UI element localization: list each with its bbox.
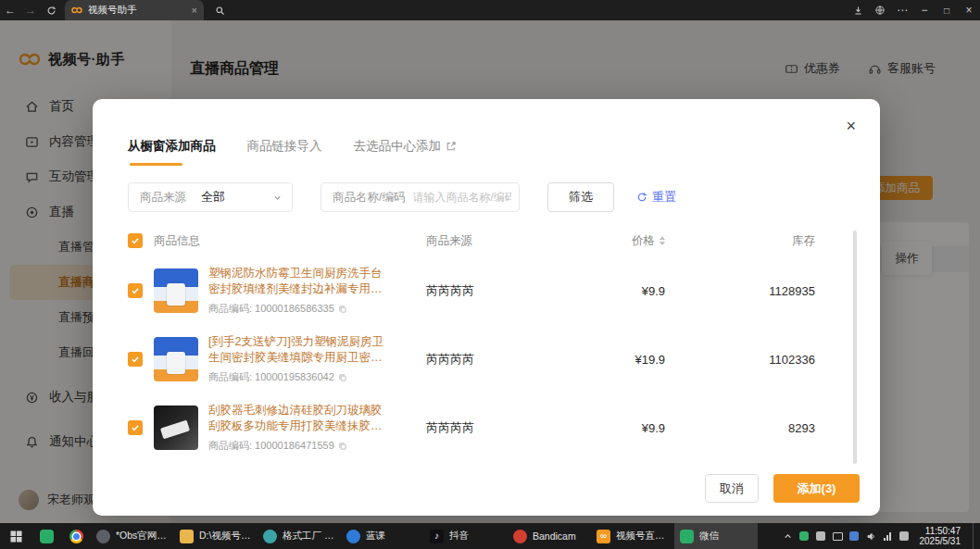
tab-selection-center[interactable]: 去选品中心添加 xyxy=(354,138,458,166)
task-label: Bandicam xyxy=(533,530,576,542)
chrome-icon xyxy=(69,530,83,543)
scrollbar-thumb[interactable] xyxy=(853,231,857,464)
tab-from-showcase[interactable]: 从橱窗添加商品 xyxy=(128,138,216,166)
wechat-quicklaunch[interactable] xyxy=(31,523,61,549)
forward-icon[interactable]: → xyxy=(20,0,41,20)
task-label: D:\视频号直播... xyxy=(199,530,252,543)
source-filter-value: 全部 xyxy=(201,189,225,206)
task-lanke[interactable]: 蓝课 xyxy=(341,523,424,549)
lanke-icon xyxy=(346,530,360,543)
tab-label: 去选品中心添加 xyxy=(354,138,442,155)
usb-icon[interactable] xyxy=(899,531,910,542)
format-factory-icon xyxy=(263,530,277,543)
wechat-icon xyxy=(40,530,54,543)
network-icon[interactable] xyxy=(883,531,893,542)
product-source: 芮芮芮芮 xyxy=(426,419,537,436)
chrome-quicklaunch[interactable] xyxy=(61,523,91,549)
tab-label: 从橱窗添加商品 xyxy=(128,138,216,155)
task-format-factory[interactable]: 格式工厂 X64 ... xyxy=(258,523,341,549)
volume-icon[interactable] xyxy=(866,531,876,542)
back-icon[interactable]: ← xyxy=(0,0,20,20)
task-label: 蓝课 xyxy=(366,530,385,543)
source-filter-select[interactable]: 商品来源 全部 xyxy=(128,182,293,212)
product-stock: 1128935 xyxy=(665,284,845,298)
tab-label: 商品链接导入 xyxy=(247,138,322,155)
product-stock: 1102336 xyxy=(665,353,845,367)
check-icon xyxy=(131,286,140,295)
refresh-icon[interactable] xyxy=(41,0,61,20)
col-header-price[interactable]: 价格 xyxy=(537,233,665,249)
tray-app-icon[interactable] xyxy=(816,531,826,542)
restore-icon[interactable]: □ xyxy=(936,0,958,20)
tab-link-import[interactable]: 商品链接导入 xyxy=(247,138,322,166)
product-rows: 塑钢泥防水防霉卫生间厨房洗手台密封胶填缝剂美缝封边补漏专用胶150ml... 商… xyxy=(128,256,845,462)
task-douyin[interactable]: ♪ 抖音 xyxy=(424,523,508,549)
confirm-add-button[interactable]: 添加(3) xyxy=(773,474,860,503)
row-checkbox[interactable] xyxy=(128,283,143,298)
product-price: ¥9.9 xyxy=(537,284,665,298)
minimize-icon[interactable]: − xyxy=(913,0,936,20)
product-source: 芮芮芮芮 xyxy=(426,351,537,368)
product-title[interactable]: [到手2支送铲刀]强力塑钢泥厨房卫生间密封胶美缝填隙专用厨卫密封胶150M... xyxy=(208,334,390,366)
close-window-icon[interactable]: × xyxy=(958,0,980,20)
row-checkbox[interactable] xyxy=(128,352,143,367)
wechat-icon xyxy=(680,530,694,543)
task-wechat[interactable]: 微信 xyxy=(674,523,758,549)
task-label: 格式工厂 X64 ... xyxy=(283,530,335,543)
download-icon[interactable] xyxy=(847,0,869,20)
task-label: 微信 xyxy=(699,530,719,543)
product-image xyxy=(154,406,198,450)
tab-title: 视频号助手 xyxy=(88,4,186,17)
more-icon[interactable]: ⋯ xyxy=(891,0,913,20)
copy-icon[interactable] xyxy=(338,305,347,314)
product-title[interactable]: 刮胶器毛刺修边清硅胶刮刀玻璃胶刮胶板多功能专用打胶美缝抹胶神器 xyxy=(208,403,390,434)
product-source: 芮芮芮芮 xyxy=(426,282,537,299)
modal-tabs: 从橱窗添加商品 商品链接导入 去选品中心添加 xyxy=(128,138,457,166)
cancel-button[interactable]: 取消 xyxy=(705,474,759,503)
clock[interactable]: 11:50:47 2025/5/31 xyxy=(916,526,967,546)
product-row: 刮胶器毛刺修边清硅胶刮刀玻璃胶刮胶板多功能专用打胶美缝抹胶神器 商品编码: 10… xyxy=(128,393,845,462)
task-channels-companion[interactable]: ∞ 视频号直播伴侣 xyxy=(591,523,674,549)
tray-wechat-icon[interactable] xyxy=(799,531,810,542)
browser-tab[interactable]: 视频号助手 × xyxy=(65,0,204,20)
product-row: 塑钢泥防水防霉卫生间厨房洗手台密封胶填缝剂美缝封边补漏专用胶150ml... 商… xyxy=(128,256,845,325)
col-header-info: 商品信息 xyxy=(154,233,426,249)
filter-button[interactable]: 筛选 xyxy=(547,182,614,212)
col-header-stock: 库存 xyxy=(665,233,845,249)
copy-icon[interactable] xyxy=(338,373,347,382)
tray-display-icon[interactable] xyxy=(833,531,843,542)
product-title[interactable]: 塑钢泥防水防霉卫生间厨房洗手台密封胶填缝剂美缝封边补漏专用胶150ml... xyxy=(208,266,390,297)
task-label: 抖音 xyxy=(449,530,469,543)
add-product-modal: × 从橱窗添加商品 商品链接导入 去选品中心添加 商品来源 全部 xyxy=(93,99,880,516)
tray-input-icon[interactable] xyxy=(849,531,860,542)
filter-bar: 商品来源 全部 商品名称/编码 筛选 重置 xyxy=(128,182,676,212)
row-checkbox[interactable] xyxy=(128,420,143,435)
douyin-icon: ♪ xyxy=(430,530,444,543)
chevron-down-icon xyxy=(272,193,283,203)
globe-icon[interactable] xyxy=(869,0,891,20)
tray-expand-icon[interactable] xyxy=(783,531,793,542)
task-explorer[interactable]: D:\视频号直播... xyxy=(174,523,258,549)
close-icon[interactable]: × xyxy=(846,118,856,134)
folder-icon xyxy=(180,530,194,543)
tab-close-icon[interactable]: × xyxy=(192,5,197,16)
reset-label: 重置 xyxy=(652,189,676,206)
task-label: *Obs官网电脑... xyxy=(116,530,169,543)
external-link-icon xyxy=(446,141,457,152)
copy-icon[interactable] xyxy=(338,442,347,451)
search-icon[interactable] xyxy=(209,0,230,20)
check-icon xyxy=(131,236,140,245)
product-code: 商品编码: 10000195836042 xyxy=(208,370,334,384)
reset-button[interactable]: 重置 xyxy=(636,189,676,206)
col-header-source: 商品来源 xyxy=(426,233,537,249)
show-desktop-button[interactable] xyxy=(973,523,976,549)
check-icon xyxy=(131,423,140,432)
browser-titlebar: ← → 视频号助手 × ⋯ − □ × xyxy=(0,0,980,20)
name-search-input[interactable] xyxy=(412,191,511,204)
start-button[interactable] xyxy=(0,523,31,549)
channels-logo-icon xyxy=(71,5,82,16)
check-icon xyxy=(131,355,140,364)
task-obs[interactable]: *Obs官网电脑... xyxy=(91,523,174,549)
task-bandicam[interactable]: Bandicam xyxy=(508,523,591,549)
select-all-checkbox[interactable] xyxy=(128,233,143,248)
